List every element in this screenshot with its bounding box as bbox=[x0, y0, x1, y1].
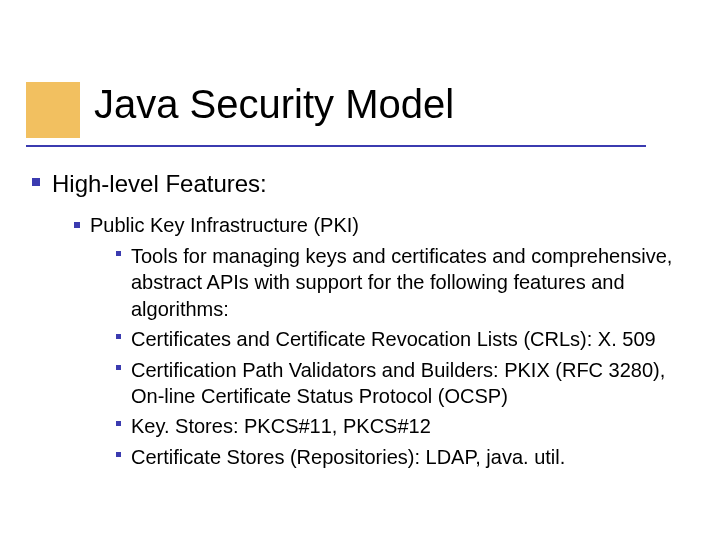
level3-text: Certificate Stores (Repositories): LDAP,… bbox=[131, 444, 680, 470]
level2-text: Public Key Infrastructure (PKI) bbox=[90, 214, 680, 237]
square-bullet-icon bbox=[74, 222, 80, 228]
square-bullet-icon bbox=[116, 452, 121, 457]
square-bullet-icon bbox=[116, 334, 121, 339]
level3-list: Tools for managing keys and certificates… bbox=[116, 243, 680, 470]
level3-text: Tools for managing keys and certificates… bbox=[131, 243, 680, 322]
bullet-level2: Public Key Infrastructure (PKI) bbox=[74, 214, 680, 237]
bullet-level1: High-level Features: bbox=[32, 170, 680, 198]
level3-text: Certificates and Certificate Revocation … bbox=[131, 326, 680, 352]
square-bullet-icon bbox=[116, 421, 121, 426]
square-bullet-icon bbox=[116, 365, 121, 370]
slide-title: Java Security Model bbox=[94, 82, 454, 126]
accent-block bbox=[26, 82, 80, 138]
bullet-level3: Tools for managing keys and certificates… bbox=[116, 243, 680, 322]
slide: Java Security Model High-level Features:… bbox=[0, 0, 720, 540]
title-underline bbox=[26, 145, 646, 147]
bullet-level3: Certification Path Validators and Builde… bbox=[116, 357, 680, 410]
square-bullet-icon bbox=[116, 251, 121, 256]
level3-text: Key. Stores: PKCS#11, PKCS#12 bbox=[131, 413, 680, 439]
square-bullet-icon bbox=[32, 178, 40, 186]
level3-text: Certification Path Validators and Builde… bbox=[131, 357, 680, 410]
level1-text: High-level Features: bbox=[52, 170, 680, 198]
bullet-level3: Key. Stores: PKCS#11, PKCS#12 bbox=[116, 413, 680, 439]
bullet-level3: Certificate Stores (Repositories): LDAP,… bbox=[116, 444, 680, 470]
slide-body: High-level Features: Public Key Infrastr… bbox=[32, 170, 680, 474]
bullet-level3: Certificates and Certificate Revocation … bbox=[116, 326, 680, 352]
